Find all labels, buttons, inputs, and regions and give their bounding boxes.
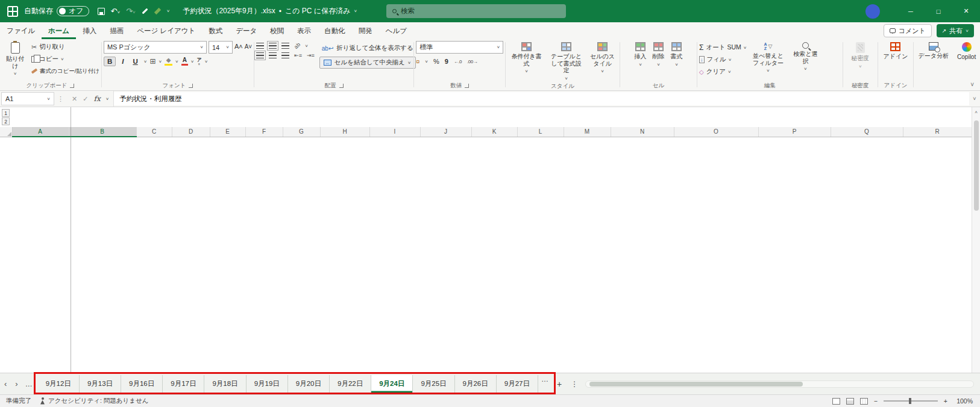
format-cells-button[interactable]: 書式˅ [669,41,685,69]
ribbon-tab-データ[interactable]: データ [229,22,263,39]
ribbon-tab-挿入[interactable]: 挿入 [76,22,103,39]
dialog-launcher-icon[interactable] [189,84,193,88]
sheet-options-icon[interactable]: ⋮ [567,380,582,388]
borders-icon[interactable]: ⊞ [149,57,155,66]
next-sheet-button[interactable]: › [11,379,22,388]
column-header-D[interactable]: D [172,127,210,137]
accounting-format-icon[interactable]: ¤ [416,58,419,65]
comma-style-icon[interactable]: 9 [445,58,448,65]
wrap-text-button[interactable]: ab↩ 折り返して全体を表示する [319,43,416,54]
column-header-M[interactable]: M [564,127,611,137]
fill-color-icon[interactable]: ◆ [165,57,172,66]
ribbon-tab-ヘルプ[interactable]: ヘルプ [379,22,413,39]
customize-toolbar-icon[interactable]: ˅ [167,8,170,14]
sheet-tab-9月18日[interactable]: 9月18日 [204,375,246,393]
ribbon-tab-自動化[interactable]: 自動化 [318,22,352,39]
column-header-O[interactable]: O [674,127,758,137]
orientation-icon[interactable]: ab [293,42,301,50]
formula-input[interactable]: 予約状況・利用履歴 [114,92,969,105]
insert-function-icon[interactable]: fx [93,95,100,103]
horizontal-scroll-thumb[interactable] [589,382,803,387]
outline-level-1-button[interactable]: 1 [2,109,10,117]
new-sheet-button[interactable]: + [551,379,567,389]
vertical-scroll-thumb[interactable] [974,120,979,211]
italic-button[interactable]: I [119,57,127,66]
merge-center-button[interactable]: ↔ セルを結合して中央揃え ˅ [319,57,416,69]
comments-button[interactable]: コメント [884,24,932,37]
vertical-scrollbar[interactable]: ˄ [972,107,980,373]
save-icon[interactable] [98,8,105,15]
expand-formula-bar-icon[interactable]: ˅ [969,91,980,107]
sheet-tab-9月24日[interactable]: 9月24日 [371,375,413,393]
column-header-F[interactable]: F [245,127,283,137]
align-middle-icon[interactable] [269,43,277,49]
align-top-icon[interactable] [256,43,264,49]
page-layout-view-icon[interactable] [846,398,854,405]
horizontal-scrollbar[interactable] [585,381,974,388]
font-color-icon[interactable]: A [181,57,188,66]
decrease-decimal-icon[interactable]: .00→ [467,59,477,64]
copy-button[interactable]: コピー˅ [31,53,99,65]
share-button[interactable]: ↗ 共有 ˅ [937,24,974,37]
name-box[interactable]: A1 ˅ [1,92,54,105]
column-header-B[interactable]: B [68,127,136,137]
column-header-G[interactable]: G [283,127,320,137]
zoom-in-button[interactable]: + [944,397,947,405]
fill-button[interactable]: ↓フィル˅ [699,54,746,66]
bold-button[interactable]: B [104,57,116,66]
column-header-I[interactable]: I [369,127,420,137]
all-sheets-icon[interactable]: … [22,380,36,388]
decrease-font-icon[interactable]: A˅ [245,41,253,54]
zoom-slider-thumb[interactable] [909,398,911,404]
sheet-tab-9月17日[interactable]: 9月17日 [163,375,204,393]
align-right-icon[interactable] [281,52,289,58]
ribbon-tab-開発[interactable]: 開発 [352,22,379,39]
column-header-J[interactable]: J [420,127,471,137]
zoom-level[interactable]: 100% [953,397,973,405]
column-header-K[interactable]: K [471,127,517,137]
excel-app-icon[interactable] [7,6,18,17]
ribbon-tab-ファイル[interactable]: ファイル [0,22,42,39]
accessibility-status[interactable]: アクセシビリティ: 問題ありません [40,397,149,405]
sheet-tab-9月22日[interactable]: 9月22日 [330,375,371,393]
analyze-data-button[interactable]: データ分析 [917,41,950,61]
undo-icon[interactable]: ↶˅ [111,7,121,16]
column-header-A[interactable]: A [12,127,68,137]
search-input[interactable]: 検索 [386,4,566,18]
autosum-button[interactable]: Σオート SUM˅ [699,42,746,54]
minimize-button[interactable]: ─ [897,0,925,22]
find-select-button[interactable]: 検索と選択˅ [790,41,821,73]
delete-cells-button[interactable]: 削除˅ [651,41,667,69]
ribbon-tab-校閲[interactable]: 校閲 [263,22,291,39]
column-header-C[interactable]: C [136,127,172,137]
column-header-L[interactable]: L [517,127,564,137]
paste-button[interactable]: 貼り付け ˅ [1,41,29,78]
sheet-tab-9月19日[interactable]: 9月19日 [247,375,288,393]
sheet-tab-9月27日[interactable]: 9月27日 [497,375,538,393]
collapse-ribbon-icon[interactable]: ˅ [970,81,974,88]
align-bottom-icon[interactable] [281,43,289,49]
underline-button[interactable]: U [130,57,140,66]
dialog-launcher-icon[interactable] [70,84,74,88]
account-avatar[interactable] [865,4,880,19]
increase-indent-icon[interactable]: ⇥≡ [307,52,315,58]
page-break-view-icon[interactable] [860,398,868,405]
column-header-R[interactable]: R [903,127,972,137]
format-painter-button[interactable]: 書式のコピー/貼り付け [31,65,99,77]
enter-icon[interactable]: ✓ [83,95,88,103]
sheet-tab-9月26日[interactable]: 9月26日 [455,375,497,393]
increase-decimal-icon[interactable]: ←.0 [454,59,462,64]
dialog-launcher-icon[interactable] [339,84,344,88]
redo-icon[interactable]: ↷˅ [126,7,136,16]
close-button[interactable]: ✕ [952,0,980,22]
percent-style-icon[interactable]: % [433,58,439,65]
cell-styles-button[interactable]: セルのスタイル˅ [588,41,618,75]
phonetic-guide-icon[interactable]: ア≡ [196,58,201,66]
sheet-tab-9月12日[interactable]: 9月12日 [38,375,80,393]
conditional-formatting-button[interactable]: 条件付き書式˅ [508,41,545,75]
ribbon-tab-数式[interactable]: 数式 [202,22,229,39]
column-header-N[interactable]: N [611,127,674,137]
align-left-icon[interactable] [256,52,264,58]
dialog-launcher-icon[interactable] [465,84,469,88]
column-header-P[interactable]: P [758,127,831,137]
